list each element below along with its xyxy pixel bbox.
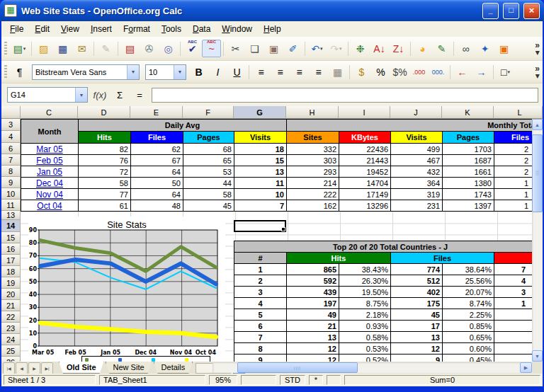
cell[interactable]: 9 [234,354,287,362]
merge-cells-icon[interactable]: ▦ [328,63,347,81]
cell[interactable]: 44 [183,178,234,189]
cell[interactable]: 45 [391,309,443,321]
sum-button[interactable]: Σ [112,88,128,102]
vertical-scrollbar[interactable]: ▲ ||| ▼ [532,119,543,362]
cell[interactable]: 50 [131,178,183,189]
select-all-corner[interactable] [1,106,21,119]
cell[interactable]: 402 [391,287,443,298]
cell[interactable]: 293 [287,166,339,178]
sheet-nav-first[interactable]: |◀ [3,362,15,374]
underline-button[interactable]: U [227,63,246,81]
cell[interactable]: 13 [234,166,287,178]
align-justify-icon[interactable]: ≡ [309,63,328,81]
sheet-tab-new-site[interactable]: New Site [106,362,152,374]
open-icon[interactable]: ▨ [34,40,53,57]
menu-window[interactable]: Window [216,22,258,36]
cell[interactable]: 13 [391,332,443,343]
styles-window-button[interactable]: ¶ [10,63,29,81]
month-link-feb-05[interactable]: Feb 05 [21,155,79,166]
cut-icon[interactable]: ✂ [226,40,245,57]
print-icon[interactable]: ✇ [140,40,159,57]
sheet-nav-next[interactable]: ▶ [28,362,40,374]
italic-button[interactable]: I [208,63,227,81]
cell[interactable]: 4 [494,275,533,287]
cell[interactable]: 1 [494,189,533,200]
column-header-K[interactable]: K [442,106,494,119]
cell[interactable]: 0.58% [339,332,391,343]
cell[interactable]: 12 [391,343,443,354]
row-header-3[interactable]: 3 [1,119,21,131]
column-header-F[interactable]: F [183,106,234,119]
row-header-4[interactable]: 4 [1,131,21,143]
column-header-E[interactable]: E [130,106,183,119]
row-header-18[interactable]: 18 [1,266,21,277]
row-header-24[interactable]: 24 [1,334,21,345]
menu-insert[interactable]: Insert [85,22,118,36]
column-header-pages[interactable]: Pages [443,132,494,144]
hits-header[interactable]: Hits [287,253,391,264]
cell[interactable]: 17149 [339,189,391,200]
cell[interactable]: 64 [131,166,183,178]
cell[interactable]: 58 [79,178,131,189]
column-header-visits[interactable]: Visits [234,132,287,144]
month-column-header[interactable]: Month [21,120,79,144]
add-decimal-icon[interactable]: .000 [409,63,429,81]
cell[interactable]: 774 [391,264,443,275]
navigator-icon[interactable]: ✦ [475,40,494,57]
font-size-dropdown-icon[interactable]: ▼ [174,65,186,79]
cell[interactable]: 12 [287,343,339,354]
row-header-22[interactable]: 22 [1,311,21,323]
cell[interactable]: 11 [234,178,287,189]
cell[interactable]: 58 [183,189,234,200]
rank-header[interactable]: # [234,253,287,264]
cell[interactable]: 231 [391,200,443,212]
cell[interactable]: 1743 [443,189,494,200]
cell[interactable]: 3 [234,287,287,298]
site-stats-chart[interactable]: Site Stats 0102030405060708090Mar 05Feb … [28,217,225,362]
cell[interactable]: 19452 [339,166,391,178]
page-preview-icon[interactable]: ◎ [159,40,178,57]
cell[interactable]: 7 [494,264,533,275]
cell[interactable]: 865 [287,264,339,275]
function-button[interactable]: = [132,88,147,102]
cell[interactable]: 2 [494,144,533,155]
new-document-icon[interactable]: ▤▾ [10,40,29,57]
row-header-9[interactable]: 9 [1,177,21,188]
cell[interactable]: 0.65% [443,332,494,343]
cell[interactable]: 0.93% [339,321,391,332]
column-header-visits[interactable]: Visits [391,132,443,144]
cell[interactable]: 1687 [443,155,494,166]
sheet-nav-prev[interactable]: ◀ [16,362,28,374]
cell[interactable]: 0.85% [443,321,494,332]
cell[interactable]: 162 [287,200,339,212]
cell[interactable]: 62 [131,144,183,155]
function-wizard-button[interactable]: f(x) [92,88,108,102]
cell[interactable]: 48 [131,200,183,212]
scroll-up-icon[interactable]: ▲ [532,119,543,130]
row-header-16[interactable]: 16 [1,243,21,255]
menu-edit[interactable]: Edit [29,22,55,36]
row-header-20[interactable]: 20 [1,289,21,300]
cell[interactable] [494,343,533,354]
insert-mode-panel[interactable]: STD [280,375,305,385]
cell[interactable]: 222 [287,189,339,200]
cell[interactable]: 21 [287,321,339,332]
formula-input[interactable] [152,88,538,103]
font-name-combo[interactable]: Bitstream Vera Sans▼ [32,64,140,80]
cell[interactable]: 12 [287,354,339,362]
increase-indent-icon[interactable]: → [472,63,491,81]
vertical-scroll-thumb[interactable]: ||| [532,134,543,212]
cell[interactable]: 1 [494,200,533,212]
cell[interactable]: 319 [391,189,443,200]
cell[interactable]: 65 [183,155,234,166]
cell[interactable]: 15 [234,155,287,166]
column-header-sites[interactable]: Sites [287,132,339,144]
menu-help[interactable]: Help [258,22,287,36]
cell[interactable]: 1661 [443,166,494,178]
row-header-15[interactable]: 15 [1,232,21,243]
files-header[interactable]: Files [391,253,494,264]
cell[interactable]: 25.56% [443,275,494,287]
cell[interactable]: 22436 [339,144,391,155]
align-right-icon[interactable]: ≡ [290,63,309,81]
cell[interactable]: 14704 [339,178,391,189]
